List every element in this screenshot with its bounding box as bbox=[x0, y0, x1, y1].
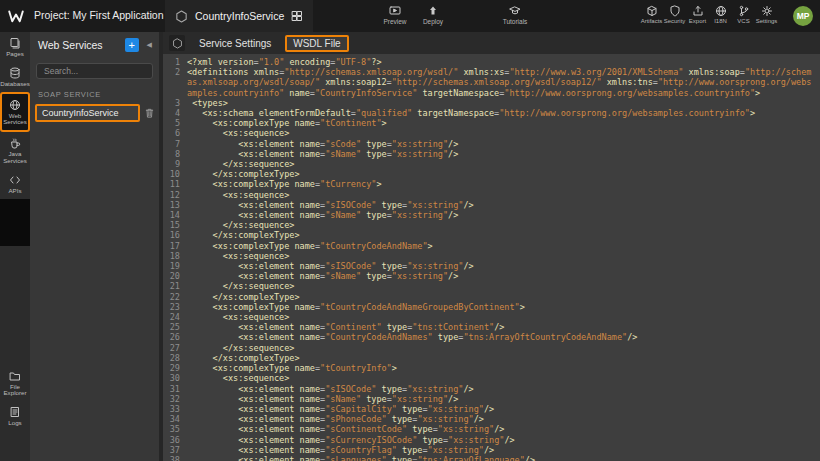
code-line-11: 11 <xs:complexType name="tCurrency"> bbox=[163, 179, 820, 189]
code-content: <xs:element name="sLanguages" type="tns:… bbox=[187, 455, 820, 461]
code-content: <xs:complexType name="tCurrency"> bbox=[187, 179, 820, 189]
code-content: <xs:element name="sPhoneCode" type="xs:s… bbox=[187, 414, 820, 424]
code-line-24: 24 <xs:sequence> bbox=[163, 312, 820, 322]
code-content: <?xml version="1.0" encoding="UTF-8"?> bbox=[187, 57, 820, 67]
deploy-label: Deploy bbox=[423, 18, 443, 25]
delete-service-button[interactable] bbox=[144, 107, 155, 119]
settings-button[interactable]: Settings bbox=[755, 5, 778, 24]
database-icon bbox=[9, 67, 21, 79]
line-number: 30 bbox=[163, 373, 187, 383]
line-number: 24 bbox=[163, 312, 187, 322]
code-line-4: 4 <xs:schema elementFormDefault="qualifi… bbox=[163, 108, 820, 118]
line-number: 31 bbox=[163, 384, 187, 394]
i18n-label: I18N bbox=[714, 18, 727, 24]
deploy-button[interactable]: Deploy bbox=[416, 5, 450, 25]
export-icon bbox=[692, 5, 704, 17]
search-input[interactable] bbox=[36, 63, 153, 79]
code-content: <xs:sequence> bbox=[187, 190, 820, 200]
code-line-2: 2<definitions xmlns="http://schemas.xmls… bbox=[163, 67, 820, 98]
app-logo-icon bbox=[7, 7, 25, 25]
line-number: 28 bbox=[163, 353, 187, 363]
security-shield-icon bbox=[669, 5, 681, 17]
line-number: 18 bbox=[163, 251, 187, 261]
artifacts-label: Artifacts bbox=[641, 18, 663, 24]
service-tab-label: CountryInfoService bbox=[195, 10, 284, 22]
add-service-button[interactable]: + bbox=[125, 38, 139, 52]
tab-wsdl-file[interactable]: WSDL File bbox=[285, 35, 348, 52]
service-hexagon-icon bbox=[175, 10, 188, 23]
vcs-button[interactable]: VCS bbox=[732, 5, 755, 24]
top-bar: Project: My First Application › CountryI… bbox=[0, 0, 820, 32]
code-content: <xs:element name="sCode" type="xs:string… bbox=[187, 139, 820, 149]
code-content: <xs:element name="sContinentCode" type="… bbox=[187, 424, 820, 434]
line-number: 22 bbox=[163, 292, 187, 302]
code-content: <xs:element name="sISOCode" type="xs:str… bbox=[187, 261, 820, 271]
tab-service-settings[interactable]: Service Settings bbox=[195, 36, 275, 51]
editor-tab-bar: Service Settings WSDL File bbox=[163, 32, 820, 54]
tutorials-icon bbox=[509, 5, 521, 17]
apis-code-icon bbox=[9, 174, 21, 186]
preview-button[interactable]: Preview bbox=[378, 5, 412, 25]
code-line-33: 33 <xs:element name="sCapitalCity" type=… bbox=[163, 404, 820, 414]
chevron-right-icon: › bbox=[150, 7, 154, 22]
code-line-13: 13 <xs:element name="sISOCode" type="xs:… bbox=[163, 200, 820, 210]
service-hexagon-icon bbox=[172, 38, 183, 49]
line-number: 6 bbox=[163, 128, 187, 138]
web-services-label: Web Services bbox=[2, 113, 28, 127]
sidebar-item-web-services[interactable]: Web Services bbox=[0, 92, 30, 133]
code-line-20: 20 <xs:element name="sName" type="xs:str… bbox=[163, 271, 820, 281]
panel-header: Web Services + ◀ bbox=[30, 32, 159, 57]
code-content: <xs:sequence> bbox=[187, 373, 820, 383]
vcs-label: VCS bbox=[737, 18, 749, 24]
code-line-19: 19 <xs:element name="sISOCode" type="xs:… bbox=[163, 261, 820, 271]
code-content: <xs:element name="Continent" type="tns:t… bbox=[187, 322, 820, 332]
wsdl-editor[interactable]: 1<?xml version="1.0" encoding="UTF-8"?>2… bbox=[163, 54, 820, 461]
i18n-button[interactable]: I18N bbox=[709, 5, 732, 24]
sidebar-item-logs[interactable]: Logs bbox=[0, 401, 30, 431]
file-explorer-label: File Explorer bbox=[0, 384, 30, 398]
line-number: 2 bbox=[163, 67, 187, 98]
code-line-23: 23 <xs:complexType name="tCountryCodeAnd… bbox=[163, 302, 820, 312]
code-content: <xs:complexType name="tCountryCodeAndNam… bbox=[187, 241, 820, 251]
java-services-label: Java Services bbox=[0, 151, 30, 165]
line-number: 17 bbox=[163, 241, 187, 251]
line-number: 27 bbox=[163, 343, 187, 353]
line-number: 37 bbox=[163, 445, 187, 455]
sidebar-item-databases[interactable]: Databases bbox=[0, 62, 30, 92]
service-item-countryinfoservice[interactable]: CountryInfoService bbox=[35, 104, 140, 122]
sidebar-item-apis[interactable]: APIs bbox=[0, 169, 30, 199]
code-content: <xs:element name="CountryCodeAndNames" t… bbox=[187, 332, 820, 342]
preview-label: Preview bbox=[383, 18, 406, 25]
sidebar-dark-block bbox=[0, 199, 30, 246]
tutorials-button[interactable]: Tutorials bbox=[498, 5, 532, 25]
code-line-36: 36 <xs:element name="sCurrencyISOCode" t… bbox=[163, 435, 820, 445]
export-button[interactable]: Export bbox=[686, 5, 709, 24]
sidebar-item-file-explorer[interactable]: File Explorer bbox=[0, 365, 30, 402]
line-number: 15 bbox=[163, 220, 187, 230]
line-number: 32 bbox=[163, 394, 187, 404]
sidebar-item-java-services[interactable]: Java Services bbox=[0, 132, 30, 169]
topbar-service-tab[interactable]: CountryInfoService bbox=[165, 0, 313, 32]
security-button[interactable]: Security bbox=[663, 5, 686, 24]
code-line-17: 17 <xs:complexType name="tCountryCodeAnd… bbox=[163, 241, 820, 251]
code-content: <xs:sequence> bbox=[187, 251, 820, 261]
user-avatar[interactable]: MP bbox=[793, 6, 813, 26]
line-number: 4 bbox=[163, 108, 187, 118]
code-content: <xs:complexType name="tCountryCodeAndNam… bbox=[187, 302, 820, 312]
code-line-9: 9 </xs:sequence> bbox=[163, 159, 820, 169]
artifacts-button[interactable]: Artifacts bbox=[640, 5, 663, 24]
globe-icon bbox=[715, 5, 727, 17]
grid-icon[interactable] bbox=[291, 10, 303, 22]
code-content: <definitions xmlns="http://schemas.xmlso… bbox=[187, 67, 820, 98]
panel-title: Web Services bbox=[38, 39, 119, 51]
code-line-1: 1<?xml version="1.0" encoding="UTF-8"?> bbox=[163, 57, 820, 67]
code-line-6: 6 <xs:sequence> bbox=[163, 128, 820, 138]
collapse-panel-button[interactable]: ◀ bbox=[145, 41, 154, 49]
code-content: <xs:element name="sCurrencyISOCode" type… bbox=[187, 435, 820, 445]
line-number: 9 bbox=[163, 159, 187, 169]
code-line-18: 18 <xs:sequence> bbox=[163, 251, 820, 261]
project-label[interactable]: Project: My First Application bbox=[34, 9, 164, 21]
sidebar-spacer bbox=[0, 246, 30, 365]
code-line-37: 37 <xs:element name="sCountryFlag" type=… bbox=[163, 445, 820, 455]
sidebar-item-pages[interactable]: Pages bbox=[0, 32, 30, 62]
